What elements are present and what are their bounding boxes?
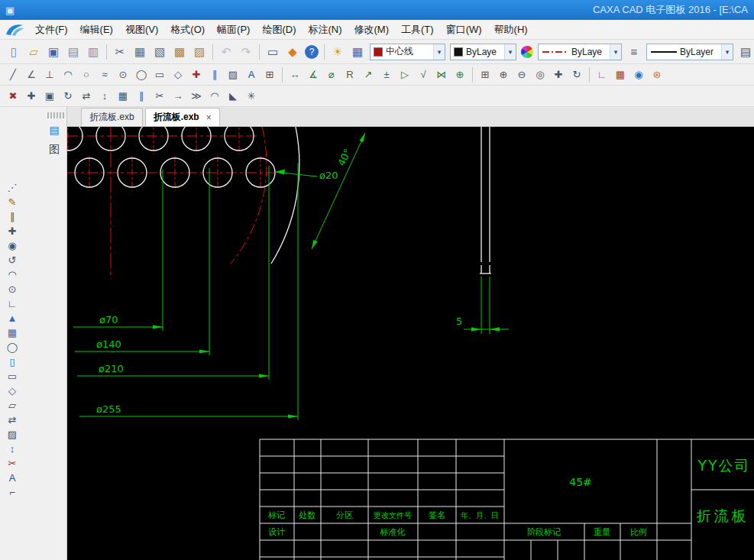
- grid-icon[interactable]: ▦: [612, 66, 629, 83]
- paste-special-icon[interactable]: ▨: [190, 43, 209, 61]
- diameter-dimension-icon[interactable]: ⌀: [323, 66, 340, 83]
- baffle-plate-front-view[interactable]: [67, 127, 299, 264]
- menu-item-5[interactable]: 绘图(D): [256, 21, 302, 39]
- layer-combobox[interactable]: 中心线 ▾: [370, 44, 445, 60]
- zoom-all-icon[interactable]: ◎: [532, 66, 549, 83]
- chevron-down-icon[interactable]: ▾: [433, 44, 445, 60]
- sheet-palette-icon[interactable]: ▤: [45, 121, 63, 139]
- angle-dimension-icon[interactable]: ∡: [305, 66, 322, 83]
- paper-frame-icon[interactable]: ▭: [264, 43, 282, 61]
- chevron-down-icon[interactable]: ▾: [504, 44, 516, 60]
- angular-line-icon[interactable]: ∠: [23, 66, 40, 83]
- line-icon[interactable]: ╱: [5, 66, 21, 83]
- plot-icon[interactable]: ◆: [283, 43, 302, 61]
- ortho-icon[interactable]: ∟: [594, 66, 610, 83]
- menu-item-1[interactable]: 编辑(E): [74, 21, 119, 39]
- scale-icon[interactable]: ↕: [96, 88, 113, 105]
- offset-icon[interactable]: ∥: [133, 88, 150, 105]
- polygon-icon[interactable]: ◇: [170, 66, 186, 83]
- ellipse-tool-icon[interactable]: ◯: [4, 340, 21, 354]
- cut-icon[interactable]: ✂: [111, 43, 129, 61]
- parallel-line-icon[interactable]: ∥: [4, 209, 21, 224]
- document-tab[interactable]: 折流板.exb: [81, 108, 143, 126]
- zoom-in-icon[interactable]: ⊕: [495, 66, 512, 83]
- roughness-icon[interactable]: √: [415, 66, 432, 83]
- copy-icon[interactable]: ▦: [131, 43, 149, 61]
- trim-icon[interactable]: ✂: [151, 88, 168, 105]
- menu-item-2[interactable]: 视图(V): [119, 21, 164, 39]
- trim-tool-icon[interactable]: ✂: [4, 456, 21, 471]
- circle-tool-icon[interactable]: ◉: [4, 238, 21, 253]
- rotate-tool-icon[interactable]: ↺: [4, 253, 21, 267]
- linetype-manager-icon[interactable]: ≡: [625, 43, 643, 61]
- dimension-lines[interactable]: [73, 133, 509, 420]
- spline-icon[interactable]: ≈: [96, 66, 113, 83]
- menu-item-4[interactable]: 幅面(P): [211, 21, 256, 39]
- text-icon[interactable]: A: [243, 66, 260, 83]
- arc-tool-icon[interactable]: ◠: [4, 267, 21, 282]
- drawing-canvas[interactable]: ø20 40° ø70 ø140 ø210 ø255 5: [67, 127, 754, 560]
- perpendicular-tool-icon[interactable]: ∟: [4, 296, 21, 311]
- rotate-icon[interactable]: ↻: [60, 88, 76, 105]
- point-tool-icon[interactable]: ⊙: [4, 282, 21, 296]
- snap-settings-icon[interactable]: ⋰: [4, 180, 21, 195]
- equidistant-line-icon[interactable]: ∥: [206, 66, 223, 83]
- array-icon[interactable]: ▦: [115, 88, 131, 105]
- dock-grip-handle[interactable]: [47, 112, 64, 118]
- table-icon[interactable]: ⊞: [261, 66, 278, 83]
- regen-icon[interactable]: ↻: [568, 66, 585, 83]
- hatch-tool-icon[interactable]: ▨: [4, 427, 21, 442]
- menu-item-3[interactable]: 格式(O): [164, 21, 211, 39]
- menu-item-10[interactable]: 帮助(H): [488, 21, 534, 39]
- parallelogram-icon[interactable]: ▱: [4, 398, 21, 413]
- fillet-icon[interactable]: ◠: [206, 88, 223, 105]
- menu-item-9[interactable]: 窗口(W): [440, 21, 488, 39]
- leader-icon[interactable]: ↗: [360, 66, 377, 83]
- menu-item-7[interactable]: 修改(M): [348, 21, 396, 39]
- break-icon[interactable]: ≫: [188, 88, 205, 105]
- erase-icon[interactable]: ✖: [5, 88, 21, 105]
- new-icon[interactable]: ▯: [5, 43, 23, 61]
- baffle-plate-side-view[interactable]: [480, 127, 491, 274]
- save-icon[interactable]: ▣: [44, 43, 63, 61]
- centerline-icon[interactable]: ✚: [188, 66, 205, 83]
- radius-dimension-icon[interactable]: R: [341, 66, 358, 83]
- text-tool-icon[interactable]: A: [4, 471, 21, 485]
- mirror-icon[interactable]: ⇄: [78, 88, 95, 105]
- open-icon[interactable]: ▱: [24, 43, 43, 61]
- undo-icon[interactable]: ↶: [217, 43, 235, 61]
- tolerance-icon[interactable]: ±: [378, 66, 395, 83]
- datum-icon[interactable]: ▷: [396, 66, 413, 83]
- linear-dimension-icon[interactable]: ↔: [286, 66, 303, 83]
- title-block[interactable]: 标记 处数 分区 更改文件号 签名 年、月、日 设计 标准化 阶段标记 重量 比…: [260, 439, 754, 560]
- color-set-icon[interactable]: ⊛: [649, 66, 665, 83]
- print-icon[interactable]: ▥: [84, 43, 102, 61]
- linetype-combobox[interactable]: ByLaye ▾: [538, 44, 622, 60]
- move-icon[interactable]: ✚: [23, 88, 40, 105]
- polygon-tool-icon[interactable]: ◇: [4, 384, 21, 398]
- weld-symbol-icon[interactable]: ⋈: [433, 66, 450, 83]
- formula-icon[interactable]: ⌐: [4, 485, 21, 500]
- center-mark-icon[interactable]: ⊕: [451, 66, 468, 83]
- arc-icon[interactable]: ◠: [60, 66, 76, 83]
- pan-icon[interactable]: ✚: [550, 66, 567, 83]
- zoom-window-icon[interactable]: ⊞: [477, 66, 493, 83]
- centerlines[interactable]: [67, 127, 281, 279]
- zoom-out-icon[interactable]: ⊖: [513, 66, 530, 83]
- point-icon[interactable]: ⊙: [115, 66, 131, 83]
- print-preview-icon[interactable]: ▤: [64, 43, 83, 61]
- layer-bulb-icon[interactable]: ☀: [328, 43, 347, 61]
- chevron-down-icon[interactable]: ▾: [610, 44, 621, 60]
- osnap-icon[interactable]: ◉: [630, 66, 647, 83]
- circle-icon[interactable]: ○: [78, 66, 95, 83]
- menu-item-8[interactable]: 工具(T): [395, 21, 440, 39]
- rectangle-icon[interactable]: ▭: [151, 66, 168, 83]
- linewidth-settings-icon[interactable]: ▤: [736, 43, 754, 61]
- stretch-icon[interactable]: ↕: [4, 442, 21, 456]
- copy-basepoint-icon[interactable]: ▧: [150, 43, 169, 61]
- perpendicular-line-icon[interactable]: ⊥: [41, 66, 58, 83]
- paste-icon[interactable]: ▩: [170, 43, 189, 61]
- hatch-icon[interactable]: ▨: [225, 66, 241, 83]
- help-icon[interactable]: ?: [305, 45, 319, 59]
- mirror-tool-icon[interactable]: ⇄: [4, 413, 21, 427]
